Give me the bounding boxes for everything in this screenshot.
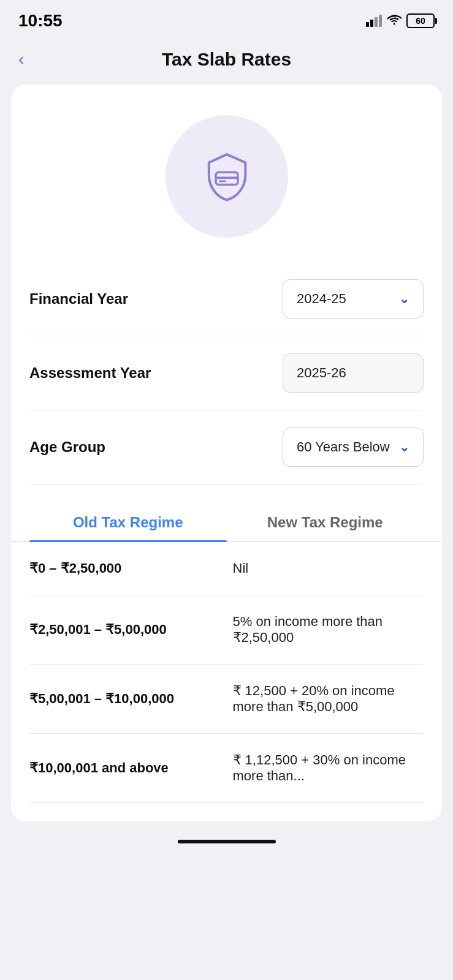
financial-year-dropdown[interactable]: 2024-25 ⌄: [283, 279, 424, 318]
assessment-year-field: 2025-26: [283, 353, 424, 393]
age-group-chevron-icon: ⌄: [399, 440, 409, 454]
battery-icon: 60: [406, 13, 435, 28]
slab-row-3: ₹5,00,001 – ₹10,00,000 ₹ 12,500 + 20% on…: [29, 665, 424, 734]
financial-year-row: Financial Year 2024-25 ⌄: [29, 262, 424, 336]
financial-year-label: Financial Year: [29, 290, 128, 307]
icon-circle: [166, 115, 288, 238]
slab-rate-2: 5% on income more than ₹2,50,000: [233, 614, 424, 646]
slab-row-4: ₹10,00,001 and above ₹ 1,12,500 + 30% on…: [29, 734, 424, 803]
wifi-icon: [387, 14, 402, 28]
slab-table: ₹0 – ₹2,50,000 Nil ₹2,50,001 – ₹5,00,000…: [11, 542, 442, 803]
assessment-year-row: Assessment Year 2025-26: [29, 336, 424, 410]
age-group-value: 60 Years Below: [297, 439, 390, 455]
slab-rate-4: ₹ 1,12,500 + 30% on income more than...: [233, 752, 424, 784]
age-group-row: Age Group 60 Years Below ⌄: [29, 410, 424, 484]
slab-range-4: ₹10,00,001 and above: [29, 760, 221, 776]
slab-range-1: ₹0 – ₹2,50,000: [29, 560, 221, 576]
status-time: 10:55: [18, 11, 63, 31]
home-indicator: [0, 827, 453, 850]
back-button[interactable]: ‹: [18, 51, 24, 68]
slab-rate-3: ₹ 12,500 + 20% on income more than ₹5,00…: [233, 683, 424, 715]
main-card: Financial Year 2024-25 ⌄ Assessment Year…: [11, 85, 442, 821]
page-title: Tax Slab Rates: [162, 49, 291, 70]
slab-row-1: ₹0 – ₹2,50,000 Nil: [29, 542, 424, 595]
financial-year-chevron-icon: ⌄: [399, 292, 409, 306]
slab-rate-1: Nil: [233, 560, 424, 576]
financial-year-value: 2024-25: [297, 291, 346, 307]
slab-range-2: ₹2,50,001 – ₹5,00,000: [29, 622, 221, 638]
signal-icon: [366, 15, 382, 27]
slab-range-3: ₹5,00,001 – ₹10,00,000: [29, 691, 221, 707]
header: ‹ Tax Slab Rates: [0, 37, 453, 85]
slab-row-2: ₹2,50,001 – ₹5,00,000 5% on income more …: [29, 595, 424, 665]
form-section: Financial Year 2024-25 ⌄ Assessment Year…: [11, 262, 442, 484]
status-bar: 10:55 60: [0, 0, 453, 37]
tab-old-tax-regime[interactable]: Old Tax Regime: [29, 503, 227, 541]
assessment-year-value: 2025-26: [297, 365, 346, 381]
home-bar: [178, 840, 276, 843]
icon-area: [11, 85, 442, 262]
tabs-section: Old Tax Regime New Tax Regime: [11, 491, 442, 542]
tab-new-tax-regime[interactable]: New Tax Regime: [227, 503, 424, 541]
age-group-dropdown[interactable]: 60 Years Below ⌄: [283, 428, 424, 467]
assessment-year-label: Assessment Year: [29, 364, 151, 382]
status-icons: 60: [366, 13, 435, 28]
shield-payment-icon: [199, 149, 254, 204]
age-group-label: Age Group: [29, 439, 105, 456]
